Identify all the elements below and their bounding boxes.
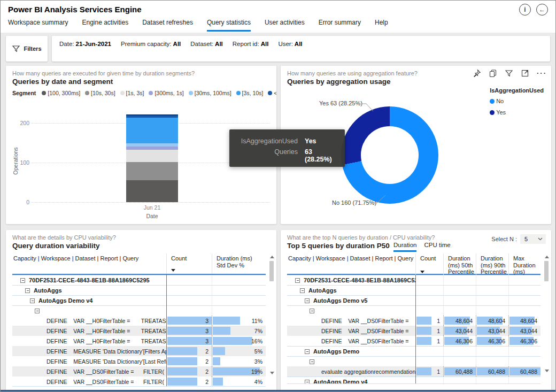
- scrollbar-thumb[interactable]: [544, 261, 549, 281]
- table-row[interactable]: DEFINE VAR __H0FilterTable = TREATAS({DA…: [12, 336, 266, 346]
- header-count[interactable]: Count: [415, 253, 443, 275]
- tab-duration[interactable]: Duration: [393, 242, 416, 252]
- header-hierarchy[interactable]: Capacity | Workspace | Dataset | Report …: [12, 253, 166, 274]
- filters-button[interactable]: Filters: [6, 36, 48, 62]
- app-nav: Workspace summary Engine activities Data…: [8, 19, 388, 32]
- vertical-scrollbar[interactable]: [544, 255, 550, 373]
- table-row-group[interactable]: AutoAggs Demo v4: [12, 295, 266, 305]
- table-row-group[interactable]: AutoAggs Demo: [287, 346, 540, 356]
- tab-dataset-refreshes[interactable]: Dataset refreshes: [142, 19, 193, 32]
- donut-hole: [361, 126, 419, 184]
- header-max[interactable]: Max Duration (ms): [508, 253, 540, 275]
- bar-segment-300ms-1s[interactable]: [126, 147, 178, 150]
- collapse-icon[interactable]: [35, 309, 40, 313]
- scrollbar-thumb[interactable]: [269, 261, 274, 281]
- tab-error-summary[interactable]: Error summary: [319, 19, 361, 32]
- chevron-down-icon: [538, 237, 543, 241]
- window-bottom-border: [1, 390, 555, 391]
- legend-label: Yes: [496, 109, 506, 116]
- copy-icon[interactable]: [489, 69, 497, 78]
- focus-mode-icon[interactable]: [521, 69, 529, 78]
- table-header: Capacity | Workspace | Dataset | Report …: [12, 253, 266, 275]
- legend-item-yes[interactable]: Yes: [490, 109, 544, 116]
- collapse-icon[interactable]: [305, 349, 310, 354]
- collapse-icon[interactable]: [20, 278, 25, 283]
- tab-help[interactable]: Help: [375, 19, 388, 32]
- scroll-down-icon[interactable]: [545, 370, 549, 372]
- table-row[interactable]: DEFINE MEASURE 'Data Dictionary'[Last Re…: [12, 356, 266, 366]
- tab-user-activities[interactable]: User activities: [265, 19, 305, 32]
- frozen-column-divider: [166, 275, 167, 386]
- tab-cpu-time[interactable]: CPU time: [424, 242, 450, 252]
- stddev-databar: [213, 347, 225, 355]
- table-body: 70DF2531-CECE-4843-8E1B-88A1869C5295 Aut…: [287, 275, 540, 384]
- table-row-group[interactable]: 70DF2531-CECE-4843-8E1B-88A1869C5295: [12, 275, 266, 285]
- back-icon[interactable]: ←: [536, 4, 548, 16]
- info-icon[interactable]: i: [519, 4, 531, 16]
- table-row-group[interactable]: AutoAggs Demo v4: [287, 376, 540, 384]
- filter-icon[interactable]: [505, 69, 513, 78]
- panel-question: What are the details by CPU variability?: [12, 234, 270, 241]
- table-row[interactable]: DEFINE MEASURE 'Data Dictionary'[Filters…: [12, 346, 266, 356]
- scroll-down-icon[interactable]: [270, 372, 274, 374]
- stddev-databar: [213, 337, 252, 345]
- table-row-group[interactable]: AutoAggs: [12, 285, 266, 295]
- collapse-icon[interactable]: [310, 309, 314, 313]
- scroll-up-icon[interactable]: [545, 256, 549, 258]
- table-row-group[interactable]: [12, 305, 266, 316]
- vertical-scrollbar[interactable]: [269, 255, 275, 375]
- scroll-up-icon[interactable]: [270, 256, 274, 258]
- tab-engine-activities[interactable]: Engine activities: [82, 19, 128, 32]
- pin-icon[interactable]: [473, 69, 481, 78]
- table-row[interactable]: DEFINE VAR __H0FilterTable = TREATAS({DA…: [12, 326, 266, 336]
- table-row[interactable]: DEFINE VAR __DS0FilterTable = FILTER( KE…: [12, 366, 266, 376]
- stddev-databar: [213, 327, 230, 335]
- stacked-bar-jun21[interactable]: [126, 114, 178, 202]
- table-row-group[interactable]: [287, 305, 540, 316]
- collapse-icon[interactable]: [305, 380, 310, 385]
- collapse-icon[interactable]: [305, 298, 310, 303]
- collapse-icon[interactable]: [25, 288, 30, 293]
- table-row[interactable]: DEFINE VAR __DS0FilterTable = FILTER(...…: [287, 316, 540, 326]
- header-p50[interactable]: Duration (ms) 50th Percentile: [443, 253, 476, 275]
- table-row[interactable]: DEFINE VAR __DS0FilterTable = FILTER(...…: [287, 336, 540, 346]
- table-row[interactable]: evaluate aggregationrecommendations(1.0)…: [287, 366, 540, 376]
- panel-query-duration-variability: What are the details by CPU variability?…: [6, 230, 276, 392]
- select-n-dropdown[interactable]: 5: [520, 234, 546, 244]
- collapse-icon[interactable]: [310, 359, 314, 364]
- tab-workspace-summary[interactable]: Workspace summary: [8, 19, 68, 32]
- dashboard: Filters Date:21-Jun-2021 Premium capacit…: [1, 33, 555, 390]
- table-row-group[interactable]: AutoAggs: [287, 285, 540, 295]
- table-row[interactable]: DEFINE VAR __DS0FilterTable = FILTER(...…: [287, 326, 540, 336]
- bar-segment-1s-3s[interactable]: [126, 150, 178, 162]
- bar-segment-10s-30s[interactable]: [126, 162, 178, 181]
- collapse-icon[interactable]: [300, 288, 305, 293]
- more-options-icon[interactable]: ···: [537, 71, 547, 76]
- header-p90[interactable]: Duration (ms) 90th Percentile: [476, 253, 508, 275]
- tab-query-statistics[interactable]: Query statistics: [207, 19, 251, 32]
- table-row[interactable]: DEFINE VAR __H0FilterTable = TREATAS({DA…: [12, 316, 266, 326]
- header-count[interactable]: Count: [166, 253, 212, 274]
- collapse-icon[interactable]: [295, 278, 300, 283]
- table-row-group[interactable]: 70DF2531-CECE-4843-8E1B-88A1869C5295: [287, 275, 540, 285]
- legend-item-no[interactable]: No: [490, 98, 544, 104]
- table-row[interactable]: DEFINE VAR __DS0FilterTable = FILTER( KE…: [12, 376, 266, 387]
- collapse-icon[interactable]: [30, 298, 35, 303]
- legend-title: IsAggregationUsed: [490, 87, 544, 94]
- tooltip-label: IsAggregationUsed: [235, 137, 298, 145]
- table-header: Capacity | Workspace | Dataset | Report …: [287, 253, 540, 275]
- leader-line-yes: [361, 101, 375, 113]
- top-n-table: Capacity | Workspace | Dataset | Report …: [287, 253, 540, 384]
- app-window: Power BI Analysis Services Engine i ← Wo…: [0, 0, 556, 392]
- bar-segment-3s-10s[interactable]: [126, 118, 178, 143]
- select-n-label: Select N :: [491, 236, 517, 242]
- bar-segment-100-300ms[interactable]: [126, 180, 178, 202]
- header-duration-stddev[interactable]: Duration (ms)Std Dev %: [212, 253, 266, 274]
- table-row-group[interactable]: [287, 356, 540, 366]
- table-row-group[interactable]: AutoAggs Demo v5: [287, 295, 540, 305]
- count-databar: [167, 347, 197, 355]
- filter-summary-bar: Date:21-Jun-2021 Premium capacity:All Da…: [52, 36, 550, 62]
- stddev-databar: [213, 378, 223, 386]
- donut-chart[interactable]: [341, 106, 438, 204]
- header-hierarchy[interactable]: Capacity | Workspace | Dataset | Report …: [287, 253, 415, 275]
